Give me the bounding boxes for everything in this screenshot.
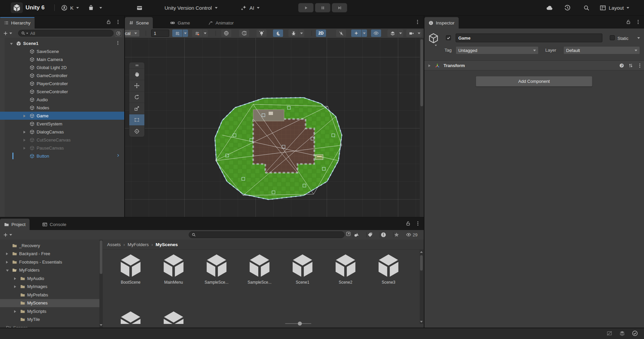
snap-increment-field[interactable]: 1: [151, 30, 169, 37]
history-button[interactable]: [564, 0, 571, 15]
hierarchy-item-cutscenecanvas[interactable]: CutSceneCanvas: [0, 136, 124, 144]
lock-icon[interactable]: [626, 19, 631, 24]
play-button[interactable]: [298, 3, 314, 12]
kebab-menu-icon[interactable]: [415, 221, 420, 226]
activity-check-icon[interactable]: [632, 330, 638, 336]
add-component-button[interactable]: Add Component: [476, 76, 592, 87]
transform-component-header[interactable]: Transform ?: [424, 60, 644, 70]
snap-settings-button[interactable]: [192, 30, 202, 37]
pivot-dropdown[interactable]: cal: [125, 30, 140, 37]
pick-asset-button[interactable]: [346, 231, 351, 237]
foldout-arrow[interactable]: [428, 63, 432, 68]
scene-audio-toggle[interactable]: [288, 30, 298, 37]
breadcrumb-assets[interactable]: Assets: [107, 242, 121, 247]
foldout-arrow[interactable]: [24, 146, 28, 151]
hierarchy-item-scenecontroller[interactable]: SceneController: [0, 88, 124, 96]
hierarchy-item-pausecanvas[interactable]: PauseCanvas: [0, 144, 124, 152]
project-folder-myfolders[interactable]: MyFolders: [0, 266, 99, 275]
hierarchy-item-scene1[interactable]: Scene1: [0, 39, 124, 47]
kebab-menu-icon[interactable]: [415, 19, 420, 24]
add-asset-button[interactable]: [3, 232, 8, 237]
grid-snap-toggle[interactable]: [172, 30, 182, 37]
tab-animator[interactable]: Animator: [204, 17, 238, 29]
add-object-chevron[interactable]: [9, 33, 12, 34]
static-options-chevron[interactable]: [637, 37, 640, 39]
project-search-input[interactable]: [189, 231, 344, 238]
scene-dark-toggle[interactable]: [273, 30, 283, 37]
hand-tool[interactable]: [129, 68, 144, 80]
pause-button[interactable]: [315, 3, 330, 12]
ai-menu[interactable]: AI: [240, 0, 260, 15]
asset-mainmenu[interactable]: MainMenu: [152, 250, 195, 307]
scene-canvas[interactable]: [125, 38, 424, 217]
hierarchy-item-game[interactable]: Game: [0, 112, 124, 120]
hierarchy-item-gamecontroller[interactable]: GameController: [0, 71, 124, 79]
package-tray-button[interactable]: [136, 0, 143, 15]
preset-icon[interactable]: [628, 63, 633, 68]
version-control-menu[interactable]: Unity Version Control: [165, 0, 218, 15]
scene-lighting-toggle[interactable]: [257, 30, 267, 37]
prefab-open-chevron-icon[interactable]: [116, 153, 120, 158]
scale-tool[interactable]: [129, 103, 144, 114]
move-tool[interactable]: [129, 80, 144, 91]
static-checkbox[interactable]: [610, 35, 615, 40]
breadcrumb-myfolders[interactable]: MyFolders: [128, 242, 149, 247]
project-folder-recovery[interactable]: _Recovery: [0, 241, 99, 250]
tab-console[interactable]: Console: [38, 219, 71, 230]
project-folder-scenes[interactable]: Scenes: [0, 324, 99, 328]
asset-scene1[interactable]: Scene1: [281, 250, 324, 307]
hierarchy-item-eventsystem[interactable]: EventSystem: [0, 120, 124, 128]
search-by-label-icon[interactable]: [367, 232, 373, 237]
hierarchy-item-main-camera[interactable]: Main Camera: [0, 55, 124, 63]
asset-scene2[interactable]: Scene2: [324, 250, 367, 307]
effects-options[interactable]: [362, 30, 367, 37]
kebab-menu-icon[interactable]: [116, 41, 120, 45]
breadcrumb-myscenes[interactable]: MyScenes: [156, 242, 178, 247]
lock-icon[interactable]: [406, 221, 411, 226]
foldout-arrow[interactable]: [10, 41, 14, 46]
refresh-muted-icon[interactable]: [606, 330, 612, 336]
asset-partial[interactable]: [152, 307, 195, 324]
kebab-menu-icon[interactable]: [116, 19, 121, 24]
help-icon[interactable]: ?: [619, 63, 624, 68]
gizmo-light-toggle[interactable]: [336, 30, 346, 37]
scene-scrollbar[interactable]: [420, 38, 424, 217]
mode-2d-toggle[interactable]: 2D: [316, 30, 326, 37]
tag-dropdown[interactable]: Untagged: [456, 46, 539, 54]
layout-menu[interactable]: Layout: [600, 0, 629, 15]
foldout-arrow[interactable]: [24, 113, 28, 118]
search-by-import-icon[interactable]: [381, 232, 386, 237]
camera-options[interactable]: [416, 30, 422, 37]
layer-dropdown[interactable]: Default: [563, 46, 640, 54]
foldout-arrow[interactable]: [14, 309, 18, 314]
step-button[interactable]: [332, 3, 347, 12]
asset-samplesce[interactable]: SampleSce...: [238, 250, 281, 307]
hierarchy-item-button[interactable]: Button: [0, 152, 124, 160]
hierarchy-item-savescene[interactable]: SaveScene: [0, 47, 124, 55]
asset-grid-scrollbar[interactable]: [420, 250, 423, 324]
search-button[interactable]: [583, 0, 590, 15]
transform-tool[interactable]: [129, 125, 144, 137]
project-folder-myprefabs[interactable]: MyPrefabs: [0, 291, 99, 299]
asset-scene3[interactable]: Scene3: [367, 250, 410, 307]
tab-game[interactable]: Game: [166, 17, 194, 29]
asset-bootscene[interactable]: BootScene: [109, 250, 152, 307]
asset-partial[interactable]: [109, 307, 152, 324]
shading-wire-button[interactable]: [239, 30, 249, 37]
project-folder-myscripts[interactable]: MyScripts: [0, 307, 99, 316]
hierarchy-item-global-light-2d[interactable]: Global Light 2D: [0, 63, 124, 71]
layers-options[interactable]: [398, 30, 403, 37]
cache-stack-icon[interactable]: [619, 330, 625, 336]
object-name-field[interactable]: Game: [456, 34, 602, 42]
account-menu[interactable]: K: [61, 0, 79, 15]
tab-hierarchy[interactable]: Hierarchy: [0, 17, 35, 29]
project-folder-myscenes[interactable]: MyScenes: [0, 299, 99, 307]
kebab-menu-icon[interactable]: [636, 19, 641, 24]
asset-store-menu[interactable]: [88, 0, 102, 15]
kebab-menu-icon[interactable]: [637, 63, 642, 68]
snap-settings-options[interactable]: [202, 30, 208, 37]
lock-icon[interactable]: [106, 19, 111, 24]
pick-object-button[interactable]: [115, 30, 122, 37]
scene-visibility-toggle[interactable]: [371, 30, 381, 37]
scene-audio-options[interactable]: [299, 30, 304, 37]
